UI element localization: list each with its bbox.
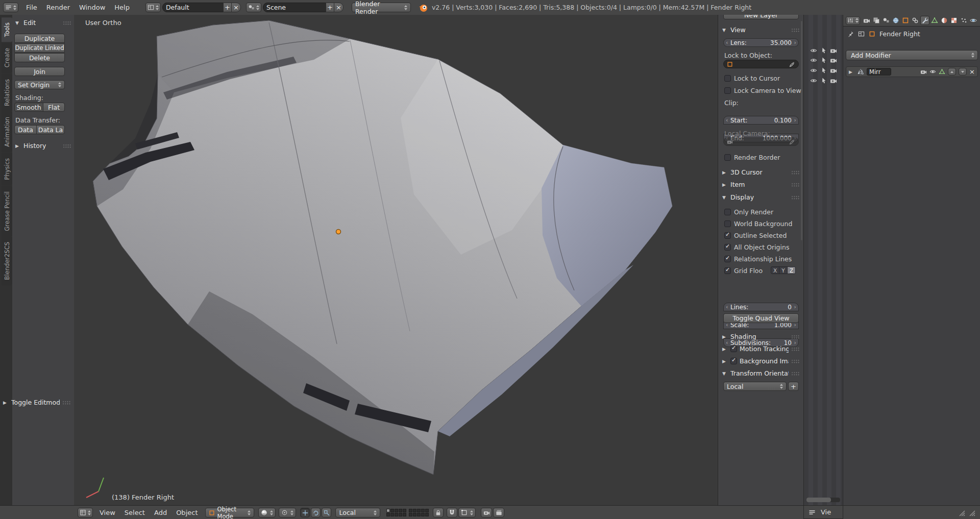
tab-scene[interactable]: [881, 16, 891, 25]
outliner-editor-icon[interactable]: [808, 509, 816, 516]
lock-camera-checkbox[interactable]: [724, 87, 731, 94]
tab-constraints[interactable]: [911, 16, 920, 25]
render-toggle-camera-icon[interactable]: [830, 77, 837, 84]
world-background-row[interactable]: World Background: [724, 220, 792, 228]
close-layout-button[interactable]: [231, 3, 241, 12]
select-toggle-cursor-icon[interactable]: [820, 67, 827, 74]
duplicate-button[interactable]: Duplicate: [14, 34, 65, 43]
select-toggle-cursor-icon[interactable]: [820, 57, 827, 64]
collapse-icon[interactable]: [722, 195, 728, 200]
grid-lines-field[interactable]: Lines: 0: [723, 303, 799, 311]
join-button[interactable]: Join: [14, 67, 65, 76]
select-toggle-cursor-icon[interactable]: [820, 77, 827, 84]
grid-axis-y-button[interactable]: Y: [779, 266, 788, 274]
menu-select[interactable]: Select: [120, 509, 150, 516]
lock-to-cursor-row[interactable]: Lock to Cursor: [724, 75, 780, 82]
close-scene-button[interactable]: [334, 3, 344, 12]
scene-name-field[interactable]: Scene: [263, 3, 326, 12]
grid-floor-row[interactable]: Grid Floo: [724, 267, 763, 275]
lock-object-field[interactable]: [723, 60, 799, 68]
expand-icon[interactable]: [722, 334, 728, 339]
outline-selected-checkbox[interactable]: [724, 232, 731, 239]
layer-group-1[interactable]: [386, 509, 406, 516]
corner-grip-icon[interactable]: [958, 509, 965, 516]
shading-panel-header[interactable]: Shading: [722, 333, 800, 340]
tab-animation[interactable]: Animation: [2, 112, 12, 152]
viewport-shading-dropdown[interactable]: [258, 508, 276, 517]
data-button[interactable]: Data: [14, 125, 37, 134]
tab-create[interactable]: Create: [2, 43, 12, 72]
hide-toggle-eye-icon[interactable]: [810, 57, 817, 64]
only-render-row[interactable]: Only Render: [724, 208, 773, 216]
tab-render[interactable]: [862, 16, 871, 25]
scene-browse-button[interactable]: [246, 3, 261, 12]
expand-modifier-icon[interactable]: [849, 69, 854, 75]
tab-grease-pencil[interactable]: Grease Pencil: [2, 186, 12, 236]
expand-icon[interactable]: [722, 170, 728, 175]
snap-toggle-button[interactable]: [447, 508, 457, 517]
view-panel-header[interactable]: View: [722, 26, 800, 34]
tab-world[interactable]: [891, 16, 900, 25]
shade-smooth-button[interactable]: Smooth: [14, 103, 43, 112]
local-camera-field[interactable]: [723, 137, 799, 146]
pivot-point-dropdown[interactable]: [279, 508, 296, 517]
lock-layers-button[interactable]: [433, 508, 444, 517]
render-border-row[interactable]: Render Border: [724, 154, 780, 161]
layer-group-2[interactable]: [409, 509, 429, 516]
panel-drag-grip[interactable]: [791, 28, 800, 32]
toggle-editmode-panel-header[interactable]: Toggle Editmode: [3, 399, 71, 406]
menu-window[interactable]: Window: [75, 4, 110, 11]
modifier-move-down-button[interactable]: [959, 68, 967, 76]
delete-modifier-button[interactable]: [969, 68, 975, 76]
layout-browse-button[interactable]: [145, 3, 161, 12]
grid-floor-checkbox[interactable]: [724, 267, 731, 274]
editor-type-button-info[interactable]: [3, 3, 18, 12]
outliner-view-menu[interactable]: Vie: [816, 508, 831, 516]
tab-object[interactable]: [901, 16, 910, 25]
tab-physics[interactable]: Physics: [2, 153, 12, 185]
render-border-checkbox[interactable]: [724, 154, 731, 161]
hide-toggle-eye-icon[interactable]: [810, 47, 817, 54]
orientation-dropdown-header[interactable]: Local: [335, 508, 380, 517]
translate-manipulator-button[interactable]: [300, 508, 310, 517]
background-images-panel-header[interactable]: Background Images: [722, 357, 800, 365]
editor-type-button-3dview[interactable]: [78, 508, 93, 517]
tab-physics[interactable]: [969, 16, 978, 25]
orientation-dropdown[interactable]: Local: [723, 382, 787, 391]
expand-icon[interactable]: [3, 400, 9, 405]
menu-help[interactable]: Help: [110, 4, 134, 11]
pin-icon[interactable]: [847, 31, 854, 37]
panel-drag-grip[interactable]: [62, 401, 71, 405]
panel-drag-grip[interactable]: [63, 21, 71, 25]
expand-icon[interactable]: [15, 143, 21, 149]
all-object-origins-checkbox[interactable]: [724, 244, 731, 251]
relationship-lines-row[interactable]: Relationship Lines: [724, 255, 792, 263]
grid-axis-z-button[interactable]: Z: [787, 266, 796, 274]
viewport-3d[interactable]: User Ortho (138) Fender Right: [74, 15, 718, 505]
tab-material[interactable]: [940, 16, 949, 25]
history-panel-header[interactable]: History: [15, 142, 71, 150]
all-object-origins-row[interactable]: All Object Origins: [724, 243, 789, 251]
mode-dropdown[interactable]: Object Mode: [205, 508, 254, 517]
context-browse-icon[interactable]: [858, 31, 865, 37]
rotate-manipulator-button[interactable]: [311, 508, 321, 517]
modifier-move-up-button[interactable]: [948, 68, 956, 76]
render-toggle-camera-icon[interactable]: [830, 57, 837, 64]
add-layout-button[interactable]: [223, 3, 232, 12]
panel-drag-grip[interactable]: [791, 170, 800, 175]
eyedropper-icon[interactable]: [789, 139, 795, 145]
modifier-name-field[interactable]: Mirr: [867, 68, 891, 76]
add-modifier-dropdown[interactable]: Add Modifier: [846, 50, 978, 60]
outliner-hscrollbar[interactable]: [806, 498, 840, 502]
panel-drag-grip[interactable]: [791, 347, 800, 351]
modifier-viewport-toggle-icon[interactable]: [929, 68, 936, 75]
select-toggle-cursor-icon[interactable]: [820, 47, 827, 54]
motion-tracking-panel-header[interactable]: Motion Tracking: [722, 345, 800, 353]
collapse-icon[interactable]: [722, 371, 728, 376]
menu-add[interactable]: Add: [150, 509, 172, 516]
npanel-scrollbar[interactable]: [801, 21, 802, 240]
delete-button[interactable]: Delete: [14, 53, 65, 62]
panel-drag-grip[interactable]: [791, 359, 800, 363]
tab-relations[interactable]: Relations: [2, 74, 12, 111]
data-layout-button[interactable]: Data La: [36, 125, 65, 134]
